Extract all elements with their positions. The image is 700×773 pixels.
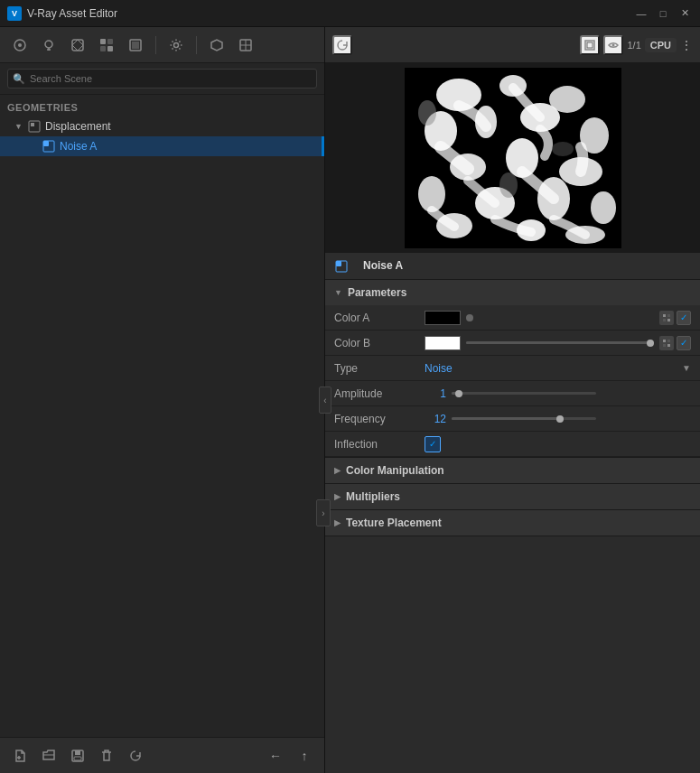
tree-area: Geometries ▼ Displacement: [0, 95, 324, 737]
render-size-icon[interactable]: [580, 35, 600, 55]
lights-tab-btn[interactable]: [36, 33, 61, 58]
section-texture-placement-header[interactable]: ▶ Texture Placement: [325, 510, 700, 536]
svg-rect-17: [31, 123, 34, 126]
props-header: Noise A: [325, 253, 700, 280]
section-color-manipulation: ▶ Color Manipulation: [325, 458, 700, 484]
eye-icon: [607, 39, 620, 51]
settings-btn[interactable]: [163, 33, 189, 58]
reset-button[interactable]: [123, 743, 148, 768]
svg-rect-57: [667, 340, 670, 342]
left-toolbar: [0, 27, 324, 63]
color-a-swatch[interactable]: [425, 311, 461, 325]
svg-rect-55: [667, 319, 670, 321]
type-dropdown[interactable]: Noise ▼: [425, 362, 691, 375]
svg-rect-26: [587, 42, 593, 48]
svg-rect-8: [100, 46, 106, 51]
viewport-btn[interactable]: [233, 33, 258, 58]
prop-row-inflection: Inflection ✓: [325, 432, 700, 457]
tree-item-noise-a[interactable]: Noise A: [0, 136, 324, 156]
amplitude-value[interactable]: 1: [425, 387, 446, 400]
section-parameters-header[interactable]: ▼ Parameters: [325, 280, 700, 305]
inflection-value-area: ✓: [425, 436, 691, 452]
search-input[interactable]: [7, 69, 317, 88]
more-button[interactable]: ⋮: [680, 38, 693, 52]
section-color-manipulation-header[interactable]: ▶ Color Manipulation: [325, 458, 700, 483]
amplitude-value-area: 1: [425, 387, 691, 400]
color-b-map-icon[interactable]: [659, 336, 674, 350]
svg-rect-54: [663, 319, 666, 321]
svg-point-43: [591, 191, 616, 224]
color-b-value: ✓: [425, 336, 691, 350]
frequency-slider[interactable]: [452, 417, 596, 420]
color-b-slider[interactable]: [466, 341, 654, 344]
refresh-preview-button[interactable]: [332, 35, 352, 55]
color-b-enable-checkbox[interactable]: ✓: [677, 336, 691, 350]
object-icon: [210, 38, 224, 52]
section-multipliers: ▶ Multipliers: [325, 484, 700, 510]
noise-preview-svg: [405, 68, 621, 248]
section-parameters: ▼ Parameters Color A: [325, 280, 700, 458]
displacement-item-icon: [27, 119, 42, 134]
svg-rect-7: [107, 39, 113, 44]
props-header-icon: [334, 259, 349, 274]
cpu-badge[interactable]: CPU: [645, 38, 677, 52]
section-multipliers-header[interactable]: ▶ Multipliers: [325, 484, 700, 509]
object-btn[interactable]: [204, 33, 229, 58]
props-scroll: ▼ Parameters Color A: [325, 280, 700, 773]
section-color-manipulation-arrow: ▶: [334, 466, 341, 475]
save-button[interactable]: [65, 743, 90, 768]
right-collapse-btn[interactable]: ›: [316, 499, 331, 526]
color-b-swatch[interactable]: [425, 336, 461, 350]
prop-row-frequency: Frequency 12: [325, 406, 700, 432]
tree-item-displacement[interactable]: ▼ Displacement: [0, 116, 324, 136]
color-a-dot: [466, 314, 473, 321]
inflection-label: Inflection: [334, 438, 425, 451]
search-bar: 🔍: [0, 63, 324, 95]
titlebar: V V-Ray Asset Editor — □ ✕: [0, 0, 700, 27]
nav-left-button[interactable]: ←: [263, 743, 288, 768]
preview-canvas: [405, 68, 621, 248]
delete-button[interactable]: [94, 743, 119, 768]
noise-a-item-icon: [42, 139, 56, 154]
section-texture-placement-arrow: ▶: [334, 518, 341, 527]
right-toolbar-left: [332, 35, 352, 55]
reset-icon: [128, 749, 143, 763]
nav-right-button[interactable]: ↑: [292, 743, 317, 768]
main-layout: 🔍 Geometries ▼ Displacement: [0, 27, 700, 773]
geometry-icon: [13, 38, 27, 52]
textures-icon: [99, 38, 114, 52]
section-texture-placement: ▶ Texture Placement: [325, 510, 700, 536]
section-multipliers-label: Multipliers: [346, 490, 400, 503]
geometry-tab-btn[interactable]: [7, 33, 33, 58]
new-asset-button[interactable]: [7, 743, 33, 768]
open-button[interactable]: [36, 743, 61, 768]
amplitude-slider[interactable]: [452, 392, 596, 395]
color-b-label: Color B: [334, 337, 425, 349]
materials-tab-btn[interactable]: [65, 33, 90, 58]
minimize-button[interactable]: —: [633, 5, 649, 22]
render-elements-tab-btn[interactable]: [123, 33, 148, 58]
frequency-value[interactable]: 12: [425, 413, 446, 425]
render-info: 1/1 CPU ⋮: [580, 35, 693, 55]
textures-tab-btn[interactable]: [94, 33, 119, 58]
svg-rect-56: [663, 340, 666, 342]
color-a-map-icon[interactable]: [659, 311, 674, 325]
render-eye-icon[interactable]: [603, 35, 623, 55]
left-collapse-btn[interactable]: ‹: [319, 386, 331, 414]
maximize-button[interactable]: □: [655, 5, 671, 22]
frequency-value-area: 12: [425, 413, 691, 425]
window-title: V-Ray Asset Editor: [27, 7, 633, 20]
type-dropdown-arrow: ▼: [682, 363, 691, 373]
right-toolbar-right: 1/1 CPU ⋮: [580, 35, 693, 55]
amplitude-label: Amplitude: [334, 387, 425, 400]
svg-point-47: [418, 100, 436, 126]
svg-rect-53: [667, 314, 670, 317]
props-title: Noise A: [354, 253, 412, 280]
close-button[interactable]: ✕: [677, 5, 693, 22]
svg-rect-24: [74, 757, 81, 760]
window-controls: — □ ✕: [633, 5, 693, 22]
inflection-checkbox[interactable]: ✓: [425, 436, 441, 452]
color-a-enable-checkbox[interactable]: ✓: [677, 311, 691, 325]
right-panel: 1/1 CPU ⋮: [325, 27, 700, 773]
noise-a-label: Noise A: [60, 140, 317, 153]
